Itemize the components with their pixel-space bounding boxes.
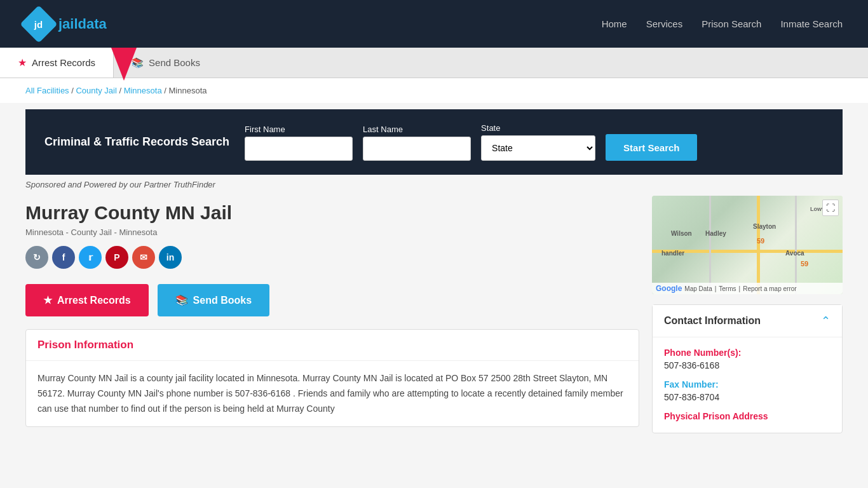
right-column: Wilson Hadley Slayton Avoca handler 59 5…: [652, 196, 843, 433]
map-label-avoca: Avoca: [785, 250, 804, 257]
last-name-label: Last Name: [363, 125, 471, 134]
map-expand-button[interactable]: ⛶: [822, 200, 839, 216]
prison-info-box: Prison Information Murray County MN Jail…: [25, 329, 639, 427]
map-road-gray2: [795, 196, 797, 294]
social-twitter-button[interactable]: 𝕣: [79, 246, 102, 269]
main-nav: Home Services Prison Search Inmate Searc…: [602, 18, 843, 29]
breadcrumb-county-jail[interactable]: County Jail: [76, 86, 116, 95]
facility-subtitle: Minnesota - County Jail - Minnesota: [25, 227, 639, 237]
nav-inmate-search[interactable]: Inmate Search: [780, 18, 843, 29]
tab-send-books[interactable]: 📚 Send Books: [114, 48, 218, 78]
send-books-icon: 📚: [175, 294, 188, 306]
send-books-button[interactable]: 📚 Send Books: [158, 284, 269, 316]
map-label-handler: handler: [661, 250, 684, 257]
last-name-group: Last Name: [363, 125, 471, 161]
map-label-wilson: Wilson: [671, 230, 692, 237]
tab-arrest-records-label: Arrest Records: [32, 57, 95, 68]
prison-info-header: Prison Information: [26, 330, 639, 361]
breadcrumb-current: Minnesota: [169, 86, 207, 95]
contact-box: Contact Information ⌃ Phone Number(s): 5…: [652, 304, 843, 433]
map-report-error[interactable]: Report a map error: [743, 285, 796, 292]
social-linkedin-button[interactable]: in: [159, 246, 182, 269]
nav-home[interactable]: Home: [602, 18, 627, 29]
social-pinterest-button[interactable]: P: [105, 246, 128, 269]
social-share-button[interactable]: ↻: [25, 246, 48, 269]
logo[interactable]: jd jaildata: [25, 11, 107, 37]
map-footer: Google Map Data | Terms | Report a map e…: [652, 283, 843, 294]
tab-bar: ★ Arrest Records 📚 Send Books: [0, 48, 868, 78]
breadcrumb-all-facilities[interactable]: All Facilities: [25, 86, 69, 95]
facility-title: Murray County MN Jail: [25, 202, 639, 224]
social-facebook-button[interactable]: f: [52, 246, 75, 269]
contact-collapse-icon[interactable]: ⌃: [821, 314, 831, 328]
breadcrumb: All Facilities / County Jail / Minnesota…: [0, 78, 868, 103]
search-banner: Criminal & Traffic Records Search First …: [25, 109, 843, 175]
left-column: Murray County MN Jail Minnesota - County…: [25, 196, 639, 433]
search-fields: First Name Last Name State State Alabama…: [245, 123, 824, 161]
tab-arrest-records[interactable]: ★ Arrest Records: [0, 48, 114, 78]
phone-value: 507-836-6168: [664, 360, 831, 370]
fax-label: Fax Number:: [664, 379, 831, 390]
first-name-label: First Name: [245, 125, 353, 134]
logo-abbr: jd: [34, 18, 43, 29]
map-data-label: Map Data: [684, 285, 712, 292]
google-logo: Google: [656, 284, 682, 293]
contact-body: Phone Number(s): 507-836-6168 Fax Number…: [653, 337, 842, 433]
social-icons: ↻ f 𝕣 P ✉ in: [25, 246, 639, 269]
start-search-button[interactable]: Start Search: [606, 134, 697, 161]
arrest-records-label: Arrest Records: [57, 295, 131, 306]
physical-address-label: Physical Prison Address: [664, 411, 831, 421]
star-icon: ★: [18, 57, 27, 69]
state-select[interactable]: State Alabama Alaska Minnesota: [481, 135, 595, 161]
map-placeholder: Wilson Hadley Slayton Avoca handler 59 5…: [652, 196, 843, 294]
action-buttons: ★ Arrest Records 📚 Send Books: [25, 284, 639, 316]
logo-text: jaildata: [58, 16, 107, 32]
map-container: Wilson Hadley Slayton Avoca handler 59 5…: [652, 196, 843, 294]
map-label-59: 59: [757, 237, 764, 245]
site-header: jd jaildata Home Services Prison Search …: [0, 0, 868, 48]
book-icon: 📚: [132, 57, 144, 69]
arrest-records-button[interactable]: ★ Arrest Records: [25, 284, 149, 316]
main-content: Murray County MN Jail Minnesota - County…: [25, 196, 843, 433]
search-banner-title: Criminal & Traffic Records Search: [44, 134, 229, 150]
phone-label: Phone Number(s):: [664, 348, 831, 358]
map-label-59b: 59: [801, 260, 808, 268]
nav-prison-search[interactable]: Prison Search: [702, 18, 761, 29]
tab-send-books-label: Send Books: [149, 57, 200, 68]
contact-header: Contact Information ⌃: [653, 305, 842, 337]
state-label: State: [481, 123, 595, 133]
nav-services[interactable]: Services: [646, 18, 683, 29]
contact-header-text: Contact Information: [664, 315, 761, 327]
social-email-button[interactable]: ✉: [132, 246, 155, 269]
map-label-slayton: Slayton: [753, 223, 776, 230]
send-books-label: Send Books: [193, 295, 252, 306]
first-name-group: First Name: [245, 125, 353, 161]
map-road-gray1: [709, 196, 711, 294]
breadcrumb-minnesota[interactable]: Minnesota: [124, 86, 162, 95]
prison-info-body: Murray County MN Jail is a county jail f…: [26, 361, 639, 426]
map-label-hadley: Hadley: [705, 230, 726, 237]
sponsored-text: Sponsored and Powered by our Partner Tru…: [25, 180, 843, 189]
arrest-star-icon: ★: [43, 294, 52, 306]
fax-value: 507-836-8704: [664, 392, 831, 402]
first-name-input[interactable]: [245, 137, 353, 161]
logo-diamond: jd: [20, 5, 57, 43]
map-road-vertical: [757, 196, 760, 294]
map-terms[interactable]: Terms: [719, 285, 736, 292]
state-group: State State Alabama Alaska Minnesota: [481, 123, 595, 161]
last-name-input[interactable]: [363, 137, 471, 161]
